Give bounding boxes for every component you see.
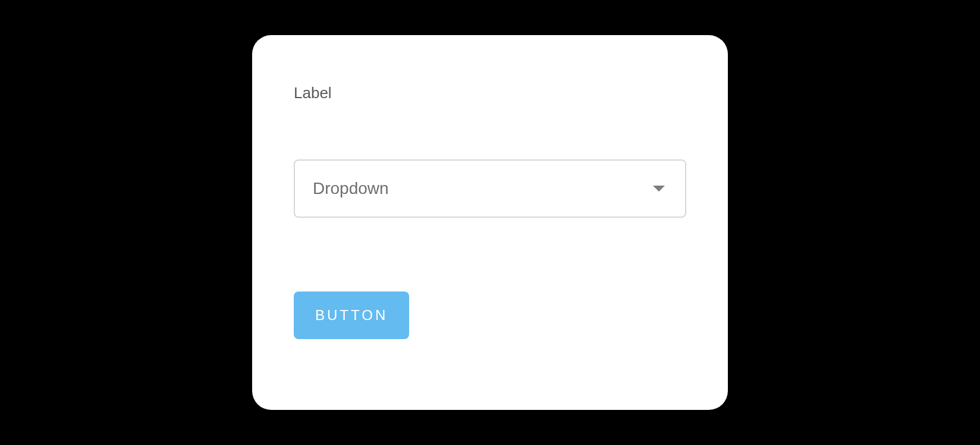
caret-down-icon	[653, 186, 665, 192]
submit-button[interactable]: BUTTON	[294, 292, 409, 339]
dropdown-selected-text: Dropdown	[313, 179, 389, 198]
form-label: Label	[294, 84, 686, 102]
form-card: Label Dropdown BUTTON	[252, 35, 728, 410]
dropdown-select[interactable]: Dropdown	[294, 159, 686, 218]
